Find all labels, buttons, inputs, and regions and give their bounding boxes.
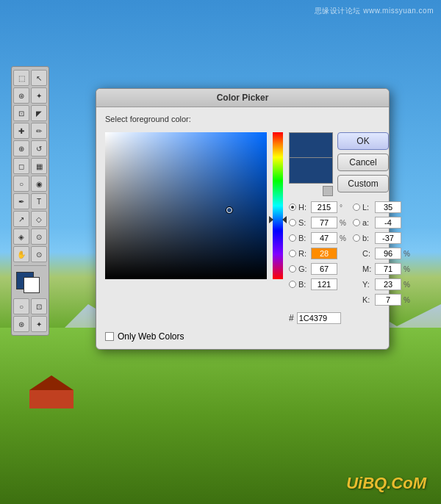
color-picker-dialog: Color Picker Select foreground color: — [96, 88, 390, 350]
Y-unit: % — [404, 281, 412, 289]
bright-radio[interactable] — [289, 234, 296, 242]
ok-button[interactable]: OK — [337, 132, 389, 150]
b-input[interactable] — [311, 278, 337, 290]
r-radio[interactable] — [289, 250, 296, 257]
history-tool[interactable]: ↺ — [31, 140, 47, 156]
pen-tool[interactable]: ✒ — [13, 193, 29, 209]
sat-row: S: % — [289, 216, 348, 229]
bright-label: B: — [298, 234, 309, 242]
hue-input[interactable] — [311, 201, 337, 213]
hue-radio[interactable] — [289, 204, 296, 211]
C-label: C: — [362, 249, 373, 258]
tool-row-5: ⊕ ↺ — [13, 140, 47, 156]
C-input[interactable] — [375, 248, 401, 259]
zoom-tool[interactable]: ⊙ — [31, 246, 47, 262]
heal-tool[interactable]: ✚ — [13, 123, 29, 139]
watermark-bottom: UiBQ.CoM — [346, 474, 426, 493]
K-unit: % — [404, 296, 412, 304]
webcol-label: Only Web Colors — [118, 331, 184, 342]
b-radio[interactable] — [289, 281, 296, 288]
hand-tool[interactable]: ✋ — [13, 246, 29, 262]
color-gradient[interactable] — [105, 132, 267, 279]
watermark-top: 思缘设计论坛 www.missyuan.com — [315, 6, 434, 16]
hex-prefix: # — [289, 313, 294, 323]
hue-row: H: ° — [289, 201, 348, 214]
L-input[interactable] — [375, 201, 401, 213]
g-radio[interactable] — [289, 265, 296, 273]
hue-label: H: — [298, 203, 309, 212]
clone-tool[interactable]: ⊕ — [13, 140, 29, 156]
b3-label: b: — [362, 234, 373, 242]
right-panel: OK Cancel Custom H: ° — [289, 132, 412, 324]
custom-button[interactable]: Custom — [337, 175, 389, 192]
hue-slider[interactable] — [273, 132, 283, 279]
tool-row-7: ○ ◉ — [13, 176, 47, 192]
color-preview-icon — [323, 186, 333, 196]
separator — [14, 265, 46, 266]
K-row: K: % — [353, 293, 412, 306]
sat-radio[interactable] — [289, 219, 296, 226]
barn — [29, 375, 74, 408]
a-row: a: — [353, 216, 412, 229]
Y-label: Y: — [362, 280, 373, 289]
dodge-tool[interactable]: ○ — [13, 176, 29, 192]
blur-tool[interactable]: ◉ — [31, 176, 47, 192]
type-tool[interactable]: T — [31, 193, 47, 209]
shape-tool[interactable]: ◇ — [31, 211, 47, 227]
dialog-main: OK Cancel Custom H: ° — [105, 132, 380, 324]
hue-arrow-right — [282, 216, 287, 223]
M-unit: % — [404, 265, 412, 273]
gradient-tool[interactable]: ▦ — [31, 158, 47, 174]
measure-tool[interactable]: ⊙ — [31, 228, 47, 245]
tool-row-8: ✒ T — [13, 193, 47, 209]
a-input[interactable] — [375, 217, 401, 228]
move-tool[interactable]: ↖ — [31, 70, 47, 86]
Y-row: Y: % — [353, 278, 412, 291]
lasso-tool[interactable]: ⊛ — [13, 87, 29, 104]
marquee-tool[interactable]: ⬚ — [13, 70, 29, 86]
a-radio[interactable] — [353, 219, 360, 226]
brush-tool[interactable]: ✏ — [31, 123, 47, 139]
M-input[interactable] — [375, 263, 401, 275]
color-swatches[interactable] — [16, 272, 44, 294]
path-tool[interactable]: ↗ — [13, 211, 29, 227]
b3-row: b: — [353, 231, 412, 245]
eraser-tool[interactable]: ◻ — [13, 158, 29, 174]
dialog-body: Select foreground color: — [96, 107, 389, 349]
hex-input[interactable] — [297, 312, 341, 324]
Y-input[interactable] — [375, 278, 401, 290]
r-input[interactable] — [311, 248, 337, 259]
hue-unit: ° — [340, 204, 348, 212]
tool-row-11: ✋ ⊙ — [13, 246, 47, 262]
dialog-prompt: Select foreground color: — [105, 115, 380, 123]
magic-wand-tool[interactable]: ✦ — [31, 87, 47, 104]
color-field[interactable] — [105, 132, 267, 279]
L-radio[interactable] — [353, 204, 360, 211]
right-fields-col: L: a: b: — [353, 201, 412, 306]
cancel-button[interactable]: Cancel — [337, 154, 389, 171]
sat-input[interactable] — [311, 217, 337, 228]
extra-tool-2[interactable]: ✦ — [31, 316, 47, 332]
tool-row-6: ◻ ▦ — [13, 158, 47, 174]
mask-tool[interactable]: ○ — [13, 298, 29, 314]
extra-tool-1[interactable]: ⊛ — [13, 316, 29, 332]
dialog-title: Color Picker — [217, 93, 269, 103]
notes-tool[interactable]: ◈ — [13, 228, 29, 245]
screen-tool[interactable]: ⊡ — [31, 298, 47, 314]
webcol-checkbox[interactable] — [105, 332, 114, 341]
r-label: R: — [298, 249, 309, 258]
hue-slider-container — [273, 132, 283, 279]
crop-tool[interactable]: ⊡ — [13, 105, 29, 121]
foreground-color-swatch[interactable] — [24, 277, 40, 293]
sat-label: S: — [298, 218, 309, 227]
bright-input[interactable] — [311, 232, 337, 244]
eyedrop-tool[interactable]: ◤ — [31, 105, 47, 121]
M-row: M: % — [353, 262, 412, 276]
K-input[interactable] — [375, 294, 401, 306]
hue-arrow-left — [269, 216, 273, 223]
sat-unit: % — [340, 219, 348, 227]
L-row: L: — [353, 201, 412, 214]
g-input[interactable] — [311, 263, 337, 275]
b3-radio[interactable] — [353, 234, 360, 242]
b3-input[interactable] — [375, 232, 401, 244]
